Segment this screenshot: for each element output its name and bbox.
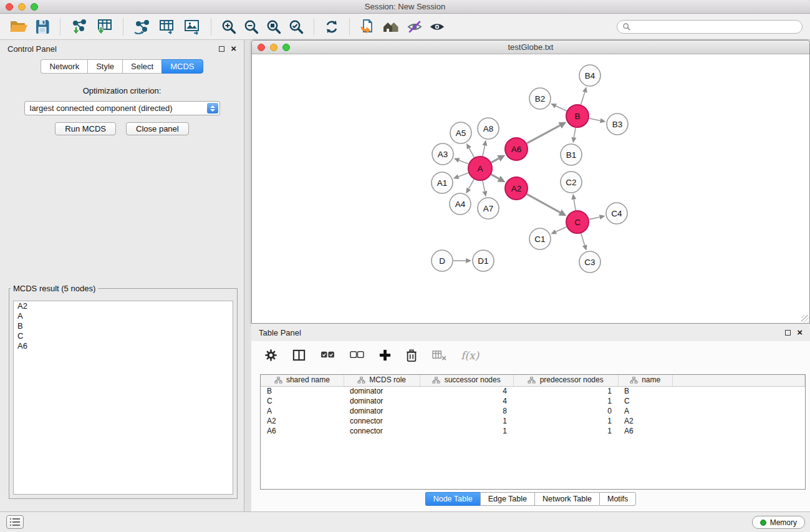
table-row[interactable]: Cdominator41C bbox=[261, 396, 805, 406]
tab-node-table[interactable]: Node Table bbox=[425, 492, 480, 506]
criterion-dropdown[interactable]: largest connected component (directed) bbox=[24, 101, 220, 115]
float-panel-icon[interactable] bbox=[219, 46, 224, 52]
network-view-window: testGlobe.txt B4B2BB3A5A8A6A3B1AC2A1A2A4… bbox=[251, 40, 810, 324]
graph-edge-A-A8[interactable] bbox=[483, 145, 485, 156]
close-table-panel-icon[interactable]: × bbox=[797, 329, 803, 336]
node-table[interactable]: shared name MCDS role successor nodes pr… bbox=[260, 374, 806, 490]
graph-edge-A6-B[interactable] bbox=[527, 125, 560, 143]
mcds-result-title: MCDS result (5 nodes) bbox=[11, 284, 98, 293]
graph-edge-arrow bbox=[453, 174, 460, 178]
tab-edge-table[interactable]: Edge Table bbox=[480, 492, 534, 506]
table-toolbar: f(x) bbox=[251, 341, 810, 369]
hide-details-button[interactable] bbox=[403, 17, 426, 36]
deselect-all-button[interactable] bbox=[348, 348, 366, 362]
graph-edge-arrow bbox=[571, 194, 576, 200]
function-builder-button[interactable]: f(x) bbox=[460, 348, 480, 363]
close-panel-button[interactable]: Close panel bbox=[126, 122, 189, 135]
graph-edge-A-A7[interactable] bbox=[483, 181, 485, 191]
toolbar-separator bbox=[60, 18, 60, 36]
tab-motifs[interactable]: Motifs bbox=[599, 492, 636, 506]
delete-table-button[interactable] bbox=[430, 348, 448, 362]
network-window-titlebar[interactable]: testGlobe.txt bbox=[252, 41, 809, 54]
save-session-button[interactable] bbox=[31, 17, 54, 36]
export-network-button[interactable] bbox=[130, 17, 155, 37]
close-panel-icon[interactable]: × bbox=[231, 46, 236, 52]
column-header-mcds-role[interactable]: MCDS role bbox=[344, 375, 420, 386]
graph-edge-A-A3[interactable] bbox=[459, 160, 468, 164]
tab-select[interactable]: Select bbox=[122, 59, 162, 74]
show-details-button[interactable] bbox=[426, 17, 448, 36]
tab-network[interactable]: Network bbox=[41, 59, 87, 74]
column-header-filler bbox=[672, 375, 805, 386]
result-item[interactable]: C bbox=[14, 331, 233, 341]
graph-edge-C-C3[interactable] bbox=[581, 233, 585, 245]
log-console-button[interactable] bbox=[6, 515, 24, 529]
toolbar-separator bbox=[123, 18, 123, 36]
float-table-panel-icon[interactable] bbox=[785, 330, 791, 336]
search-input[interactable] bbox=[634, 22, 797, 31]
add-column-button[interactable] bbox=[377, 347, 393, 363]
graph-edge-C-C2[interactable] bbox=[574, 200, 576, 211]
table-row[interactable]: A6connector11A6 bbox=[261, 426, 805, 436]
open-session-button[interactable] bbox=[6, 17, 31, 36]
graph-edge-B-B4[interactable] bbox=[581, 92, 585, 105]
graph-edge-A-A2[interactable] bbox=[491, 175, 499, 179]
network-canvas-svg[interactable]: B4B2BB3A5A8A6A3B1AC2A1A2A4A7C4CC1DD1C3 bbox=[252, 54, 809, 323]
graph-edge-B-B2[interactable] bbox=[556, 106, 567, 111]
show-columns-button[interactable] bbox=[291, 347, 307, 364]
import-table-file-button[interactable] bbox=[92, 17, 117, 37]
graph-edge-A-A4[interactable] bbox=[469, 179, 475, 188]
column-header-name[interactable]: name bbox=[618, 375, 672, 386]
delete-column-button[interactable] bbox=[404, 347, 419, 364]
graph-edge-A-A5[interactable] bbox=[469, 148, 474, 157]
open-session-file-button[interactable] bbox=[356, 17, 378, 36]
zoom-out-button[interactable] bbox=[240, 17, 263, 36]
result-item[interactable]: B bbox=[14, 321, 233, 331]
column-header-shared-name[interactable]: shared name bbox=[261, 375, 344, 386]
graph-edge-C-C1[interactable] bbox=[556, 227, 566, 232]
result-item[interactable]: A6 bbox=[14, 341, 233, 351]
graph-edge-arrow bbox=[599, 215, 605, 220]
graph-node-label: B2 bbox=[535, 94, 546, 104]
result-item[interactable]: A2 bbox=[14, 301, 233, 311]
main-toolbar bbox=[0, 14, 810, 40]
graph-edge-B-B1[interactable] bbox=[574, 128, 576, 138]
column-header-successor-nodes[interactable]: successor nodes bbox=[420, 375, 513, 386]
tab-mcds[interactable]: MCDS bbox=[162, 59, 203, 74]
column-header-predecessor-nodes[interactable]: predecessor nodes bbox=[513, 375, 618, 386]
graph-edge-A2-C[interactable] bbox=[527, 194, 561, 213]
toolbar-separator bbox=[349, 18, 350, 36]
table-settings-button[interactable] bbox=[263, 347, 279, 364]
export-image-button[interactable] bbox=[180, 17, 205, 37]
select-all-button[interactable] bbox=[319, 348, 337, 362]
zoom-fit-button[interactable] bbox=[263, 17, 285, 36]
tab-style[interactable]: Style bbox=[87, 59, 122, 74]
graph-node-label: C1 bbox=[534, 235, 545, 244]
graph-edge-C-C4[interactable] bbox=[589, 217, 600, 220]
result-item[interactable]: A bbox=[14, 311, 233, 321]
table-row[interactable]: A2connector11A2 bbox=[261, 416, 805, 426]
table-row[interactable]: Bdominator41B bbox=[261, 386, 805, 396]
deselect-all-icon bbox=[349, 349, 365, 361]
refresh-button[interactable] bbox=[321, 17, 343, 36]
search-box[interactable] bbox=[617, 20, 803, 34]
graph-edge-A-A1[interactable] bbox=[458, 173, 468, 177]
table-row[interactable]: Adominator80A bbox=[261, 406, 805, 416]
home-button[interactable] bbox=[378, 17, 403, 36]
graph-node-label: B4 bbox=[585, 71, 595, 80]
refresh-icon bbox=[324, 19, 340, 35]
graph-edge-A-A6[interactable] bbox=[491, 158, 499, 163]
zoom-selected-button[interactable] bbox=[285, 17, 307, 36]
run-mcds-button[interactable]: Run MCDS bbox=[55, 122, 116, 135]
memory-button[interactable]: Memory bbox=[752, 516, 805, 529]
export-table-icon bbox=[158, 18, 176, 36]
network-canvas[interactable]: B4B2BB3A5A8A6A3B1AC2A1A2A4A7C4CC1DD1C3 bbox=[252, 54, 809, 323]
tab-network-table[interactable]: Network Table bbox=[534, 492, 599, 506]
control-panel: Control Panel × Network Style Select MCD… bbox=[0, 40, 244, 511]
zoom-in-button[interactable] bbox=[218, 17, 240, 36]
graph-edge-B-B3[interactable] bbox=[589, 118, 600, 121]
export-table-button[interactable] bbox=[155, 17, 180, 37]
mcds-result-list[interactable]: A2ABCA6 bbox=[13, 301, 233, 495]
resize-grip-icon[interactable] bbox=[801, 315, 809, 322]
import-network-file-button[interactable] bbox=[67, 17, 92, 37]
